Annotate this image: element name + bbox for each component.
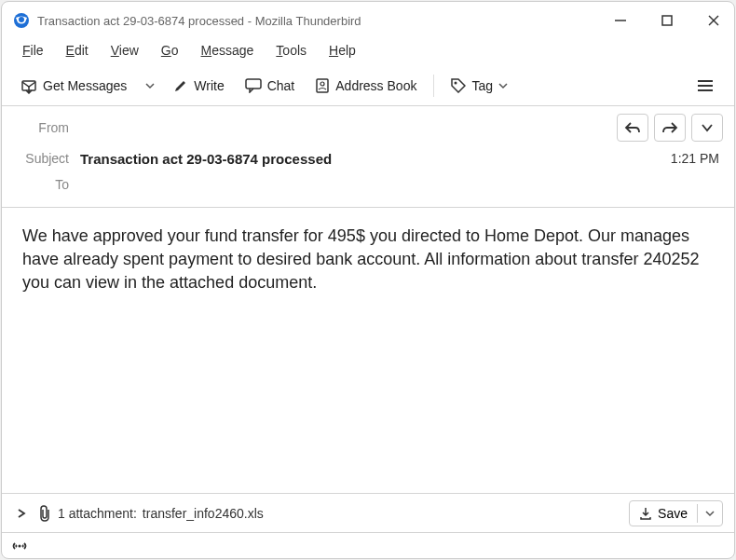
- attachment-info[interactable]: 1 attachment: transfer_info2460.xls: [37, 505, 621, 522]
- close-button[interactable]: [704, 11, 723, 30]
- menu-go[interactable]: Go: [152, 41, 188, 60]
- tag-button[interactable]: Tag: [443, 73, 515, 99]
- message-headers: From Subject Transaction act 29-03-6874 …: [2, 106, 734, 208]
- attachment-bar: 1 attachment: transfer_info2460.xls Save: [2, 493, 734, 532]
- svg-point-10: [455, 81, 457, 84]
- tag-icon: [451, 78, 466, 93]
- svg-rect-3: [662, 16, 672, 25]
- download-icon: [20, 77, 37, 94]
- svg-point-14: [19, 544, 21, 547]
- attachment-expand-button[interactable]: [13, 504, 30, 523]
- menu-message[interactable]: Message: [192, 41, 264, 60]
- save-dropdown-button[interactable]: [697, 504, 722, 523]
- from-label: From: [13, 120, 80, 135]
- address-book-button[interactable]: Address Book: [307, 73, 424, 99]
- get-messages-label: Get Messages: [43, 78, 127, 93]
- attachment-count: 1 attachment:: [58, 506, 137, 521]
- write-button[interactable]: Write: [166, 73, 231, 99]
- to-label: To: [13, 177, 80, 192]
- chat-label: Chat: [267, 78, 295, 93]
- pencil-icon: [173, 78, 188, 93]
- more-actions-button[interactable]: [691, 114, 723, 142]
- toolbar: Get Messages Write Chat Address Book: [2, 65, 734, 106]
- save-icon: [639, 507, 652, 520]
- minimize-button[interactable]: [611, 11, 630, 30]
- svg-point-9: [320, 82, 324, 86]
- address-book-icon: [315, 78, 330, 93]
- reply-button[interactable]: [617, 114, 648, 142]
- chat-icon: [245, 78, 262, 93]
- save-attachment-group: Save: [629, 500, 723, 526]
- attachment-filename: transfer_info2460.xls: [143, 506, 264, 521]
- app-window: Transaction act 29-03-6874 processed - M…: [1, 1, 735, 559]
- svg-point-1: [19, 17, 24, 22]
- forward-button[interactable]: [654, 114, 686, 142]
- menu-help[interactable]: Help: [320, 41, 365, 60]
- message-time: 1:21 PM: [671, 151, 723, 166]
- toolbar-separator: [433, 75, 434, 97]
- menubar: File Edit View Go Message Tools Help: [2, 39, 734, 65]
- get-messages-dropdown[interactable]: [140, 75, 160, 96]
- statusbar: [2, 532, 734, 558]
- subject-label: Subject: [13, 151, 80, 166]
- message-body: We have approved your fund transfer for …: [2, 208, 734, 493]
- window-controls: [611, 11, 723, 30]
- chat-button[interactable]: Chat: [238, 73, 303, 99]
- subject-value: Transaction act 29-03-6874 processed: [80, 151, 671, 167]
- menu-edit[interactable]: Edit: [57, 41, 98, 60]
- paperclip-icon: [37, 505, 52, 522]
- maximize-button[interactable]: [658, 11, 676, 30]
- activity-icon: [11, 540, 28, 553]
- menu-tools[interactable]: Tools: [266, 41, 316, 60]
- save-label: Save: [658, 506, 688, 521]
- window-title: Transaction act 29-03-6874 processed - M…: [37, 14, 611, 28]
- save-attachment-button[interactable]: Save: [630, 501, 697, 526]
- svg-rect-7: [246, 79, 261, 89]
- tag-label: Tag: [471, 78, 493, 93]
- thunderbird-icon: [13, 12, 30, 29]
- address-book-label: Address Book: [335, 78, 416, 93]
- app-menu-button[interactable]: [688, 74, 723, 98]
- write-label: Write: [194, 78, 224, 93]
- get-messages-button[interactable]: Get Messages: [13, 72, 134, 100]
- titlebar: Transaction act 29-03-6874 processed - M…: [2, 2, 734, 39]
- menu-view[interactable]: View: [102, 41, 148, 60]
- menu-file[interactable]: File: [13, 41, 53, 60]
